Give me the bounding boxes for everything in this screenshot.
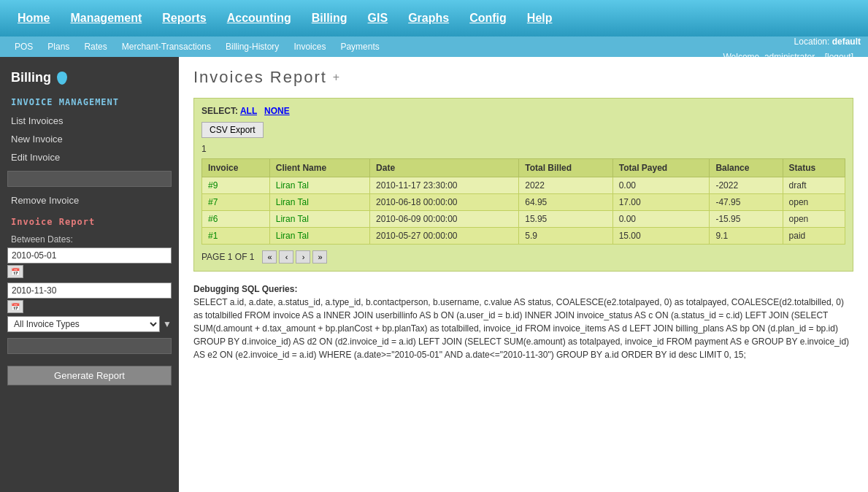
sidebar-remove-invoice[interactable]: Remove Invoice <box>0 191 179 210</box>
cell-status: open <box>783 194 845 211</box>
sidebar-header: Billing <box>0 64 179 94</box>
cell-invoice[interactable]: #7 <box>202 194 270 211</box>
location-label: Location: default <box>723 36 861 47</box>
subnav-merchant-transactions[interactable]: Merchant-Transactions <box>115 36 218 57</box>
sidebar: Billing Invoice Management List Invoices… <box>0 57 179 492</box>
location-info: Location: default Welcome, administrator… <box>723 36 861 67</box>
sub-navigation: POS Plans Rates Merchant-Transactions Bi… <box>0 36 868 57</box>
invoice-type-row: All Invoice Types ▼ <box>7 316 172 332</box>
sidebar-edit-invoice[interactable]: Edit Invoice <box>0 148 179 166</box>
top-navigation: Home Management Reports Accounting Billi… <box>0 0 868 36</box>
between-dates-label: Between Dates: <box>0 231 179 246</box>
water-drop-icon <box>57 72 67 85</box>
main-content: Invoices Report + SELECT: ALL NONE CSV E… <box>179 57 868 492</box>
select-none-link[interactable]: NONE <box>264 106 290 116</box>
nav-management[interactable]: Management <box>60 0 152 36</box>
nav-config[interactable]: Config <box>459 0 517 36</box>
nav-graphs[interactable]: Graphs <box>398 0 459 36</box>
col-balance: Balance <box>710 159 783 177</box>
location-value: default <box>832 36 861 47</box>
cell-total-billed: 5.9 <box>519 228 612 245</box>
subnav-invoices[interactable]: Invoices <box>286 36 333 57</box>
col-total-billed: Total Billed <box>519 159 612 177</box>
table-row: #1 Liran Tal 2010-05-27 00:00:00 5.9 15.… <box>202 228 845 245</box>
calendar-start-button[interactable]: 📅 <box>7 265 23 278</box>
page-next-button[interactable]: › <box>296 250 310 264</box>
cell-client[interactable]: Liran Tal <box>269 177 369 194</box>
csv-export-button[interactable]: CSV Export <box>201 122 264 138</box>
cell-date: 2010-11-17 23:30:00 <box>370 177 519 194</box>
invoice-management-section: Invoice Management <box>0 94 179 112</box>
page-last-button[interactable]: » <box>312 250 327 264</box>
cell-invoice[interactable]: #9 <box>202 177 270 194</box>
pagination-label: PAGE 1 OF 1 <box>201 252 254 262</box>
cell-date: 2010-05-27 00:00:00 <box>370 228 519 245</box>
sidebar-new-invoice[interactable]: New Invoice <box>0 130 179 148</box>
sidebar-list-invoices[interactable]: List Invoices <box>0 112 179 130</box>
cell-date: 2010-06-18 00:00:00 <box>370 194 519 211</box>
select-arrow: ▼ <box>163 319 172 329</box>
cell-total-billed: 64.95 <box>519 194 612 211</box>
cell-total-payed: 0.00 <box>612 211 710 228</box>
invoice-report-section: Invoice Report <box>0 210 179 231</box>
debug-sql: SELECT a.id, a.date, a.status_id, a.type… <box>193 297 849 360</box>
record-count: 1 <box>201 144 845 154</box>
cell-total-payed: 0.00 <box>612 177 710 194</box>
main-layout: Billing Invoice Management List Invoices… <box>0 57 868 492</box>
calendar-end-button[interactable]: 📅 <box>7 300 23 313</box>
date-start-input[interactable] <box>7 247 172 264</box>
cell-total-payed: 15.00 <box>612 228 710 245</box>
select-all-link[interactable]: ALL <box>240 106 257 116</box>
invoice-search-input[interactable] <box>7 171 172 187</box>
date-end-input[interactable] <box>7 282 172 299</box>
generate-report-button[interactable]: Generate Report <box>7 366 172 385</box>
cell-client[interactable]: Liran Tal <box>269 211 369 228</box>
col-status: Status <box>783 159 845 177</box>
cell-total-billed: 2022 <box>519 177 612 194</box>
page-title: Invoices Report <box>193 68 327 87</box>
subnav-payments[interactable]: Payments <box>333 36 386 57</box>
invoice-table: Invoice Client Name Date Total Billed To… <box>201 158 845 245</box>
select-row: SELECT: ALL NONE <box>201 106 845 116</box>
cell-client[interactable]: Liran Tal <box>269 194 369 211</box>
cell-status: open <box>783 211 845 228</box>
invoice-filter-input[interactable] <box>7 338 172 354</box>
cell-total-billed: 15.95 <box>519 211 612 228</box>
cell-invoice[interactable]: #1 <box>202 228 270 245</box>
cell-date: 2010-06-09 00:00:00 <box>370 211 519 228</box>
nav-gis[interactable]: GIS <box>358 0 399 36</box>
subnav-billing-history[interactable]: Billing-History <box>218 36 286 57</box>
page-title-row: Invoices Report + <box>193 68 853 87</box>
page-first-button[interactable]: « <box>262 250 277 264</box>
nav-help[interactable]: Help <box>517 0 563 36</box>
sidebar-title: Billing <box>11 70 51 85</box>
welcome-text: Welcome, administrator [logout] <box>723 47 861 67</box>
table-row: #7 Liran Tal 2010-06-18 00:00:00 64.95 1… <box>202 194 845 211</box>
subnav-rates[interactable]: Rates <box>77 36 114 57</box>
cell-status: draft <box>783 177 845 194</box>
debug-title: Debugging SQL Queries: <box>193 284 297 294</box>
subnav-pos[interactable]: POS <box>7 36 40 57</box>
cell-status: paid <box>783 228 845 245</box>
subnav-plans[interactable]: Plans <box>40 36 77 57</box>
table-row: #9 Liran Tal 2010-11-17 23:30:00 2022 0.… <box>202 177 845 194</box>
nav-home[interactable]: Home <box>7 0 60 36</box>
page-prev-button[interactable]: ‹ <box>279 250 293 264</box>
pagination-row: PAGE 1 OF 1 « ‹ › » <box>201 250 845 264</box>
debug-section: Debugging SQL Queries: SELECT a.id, a.da… <box>193 282 853 361</box>
select-label: SELECT: <box>201 106 238 116</box>
nav-billing[interactable]: Billing <box>302 0 358 36</box>
cell-balance: -15.95 <box>710 211 783 228</box>
col-client-name: Client Name <box>269 159 369 177</box>
col-total-payed: Total Payed <box>612 159 710 177</box>
logout-link[interactable]: [logout] <box>818 52 861 62</box>
plus-icon: + <box>333 71 339 84</box>
invoice-type-select[interactable]: All Invoice Types <box>7 316 160 332</box>
nav-accounting[interactable]: Accounting <box>217 0 302 36</box>
cell-invoice[interactable]: #6 <box>202 211 270 228</box>
cell-client[interactable]: Liran Tal <box>269 228 369 245</box>
cell-total-payed: 17.00 <box>612 194 710 211</box>
table-header-row: Invoice Client Name Date Total Billed To… <box>202 159 845 177</box>
cell-balance: -2022 <box>710 177 783 194</box>
nav-reports[interactable]: Reports <box>152 0 216 36</box>
